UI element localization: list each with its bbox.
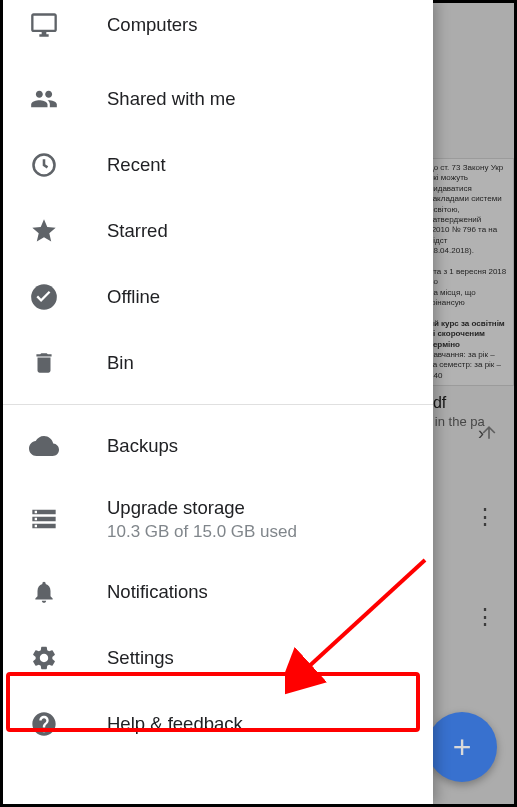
sidebar-item-label: Help & feedback bbox=[107, 713, 243, 735]
sidebar-item-bin[interactable]: Bin bbox=[3, 330, 433, 396]
sidebar-item-offline[interactable]: Offline bbox=[3, 264, 433, 330]
sidebar-item-recent[interactable]: Recent bbox=[3, 132, 433, 198]
navigation-drawer: Computers Shared with me Recent Starred … bbox=[3, 0, 433, 804]
sidebar-item-label: Settings bbox=[107, 647, 174, 669]
sidebar-item-settings[interactable]: Settings bbox=[3, 625, 433, 691]
offline-icon bbox=[29, 282, 59, 312]
cloud-icon bbox=[29, 431, 59, 461]
sidebar-item-starred[interactable]: Starred bbox=[3, 198, 433, 264]
sidebar-item-shared[interactable]: Shared with me bbox=[3, 66, 433, 132]
sidebar-item-label: Bin bbox=[107, 352, 134, 374]
star-icon bbox=[29, 216, 59, 246]
sidebar-item-label: Offline bbox=[107, 286, 160, 308]
clock-icon bbox=[29, 150, 59, 180]
sidebar-item-backups[interactable]: Backups bbox=[3, 413, 433, 479]
gear-icon bbox=[29, 643, 59, 673]
people-icon bbox=[29, 84, 59, 114]
sidebar-item-label: Notifications bbox=[107, 581, 208, 603]
file-subtitle: d in the pa bbox=[424, 414, 514, 429]
sidebar-item-notifications[interactable]: Notifications bbox=[3, 559, 433, 625]
fab-add-button[interactable]: + bbox=[427, 712, 497, 782]
sidebar-item-label: Computers bbox=[107, 14, 197, 36]
sidebar-item-label: Recent bbox=[107, 154, 166, 176]
sidebar-item-upgrade-storage[interactable]: Upgrade storage 10.3 GB of 15.0 GB used bbox=[3, 479, 433, 559]
help-icon bbox=[29, 709, 59, 739]
arrow-up-icon bbox=[479, 423, 499, 448]
file-extension-label: pdf bbox=[424, 394, 514, 412]
sidebar-item-label: Upgrade storage bbox=[107, 497, 297, 519]
sidebar-item-computers[interactable]: Computers bbox=[3, 0, 433, 50]
plus-icon: + bbox=[453, 729, 472, 766]
bell-icon bbox=[29, 577, 59, 607]
storage-usage-label: 10.3 GB of 15.0 GB used bbox=[107, 522, 297, 542]
trash-icon bbox=[29, 348, 59, 378]
divider bbox=[3, 404, 433, 405]
storage-icon bbox=[29, 504, 59, 534]
sidebar-item-help[interactable]: Help & feedback bbox=[3, 691, 433, 757]
sidebar-item-label: Shared with me bbox=[107, 88, 236, 110]
monitor-icon bbox=[29, 10, 59, 40]
sidebar-item-label: Backups bbox=[107, 435, 178, 457]
more-vert-icon[interactable]: ⋮ bbox=[474, 613, 496, 622]
sidebar-item-label: Starred bbox=[107, 220, 168, 242]
more-vert-icon[interactable]: ⋮ bbox=[474, 513, 496, 522]
document-thumbnail: до ст. 73 Закону Укрякі можуть видаватис… bbox=[424, 158, 514, 386]
